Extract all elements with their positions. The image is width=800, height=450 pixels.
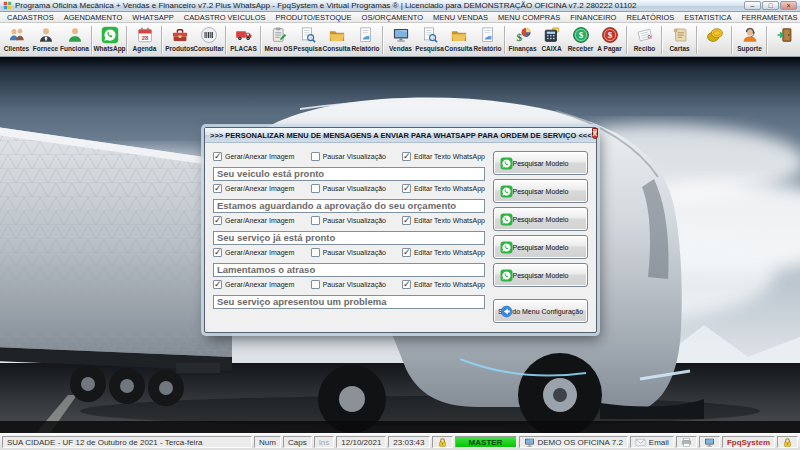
status-insert: Ins [314,436,335,448]
maximize-button[interactable]: □ [762,1,779,10]
search-model-button-5[interactable]: Pesquisar Modelo [493,263,588,287]
menu-item-estatistica[interactable]: ESTATISTICA [679,12,736,23]
products-icon [171,26,189,44]
toolbar-button-finan-as[interactable]: $Finanças [508,24,537,56]
toolbar-button-funciona[interactable]: Funciona [60,24,89,56]
envelope-icon [635,437,646,448]
minimize-button[interactable]: – [744,1,761,10]
toolbar-button-exit[interactable] [770,24,799,56]
toolbar-separator [161,26,163,54]
edit-text-checkbox[interactable] [402,248,411,257]
status-brand: FpqSystem [722,436,775,448]
generate-image-checkbox[interactable] [213,184,222,193]
menu-item-whatsapp[interactable]: WHATSAPP [127,12,179,23]
dialog-close-button[interactable]: X [592,128,599,139]
menu-item-cadastro-veiculos[interactable]: CADASTRO VEICULOS [179,12,271,23]
toolbar-button-coins[interactable] [700,24,729,56]
toolbar-button-caixa[interactable]: CAIXA [537,24,566,56]
toolbar-button-produtos[interactable]: Produtos [165,24,194,56]
search-model-button-3[interactable]: Pesquisar Modelo [493,207,588,231]
menu-item-menu-vendas[interactable]: MENU VENDAS [428,12,493,23]
toolbar-button-relat-rio[interactable]: Relatório [351,24,380,56]
checkbox-label: Editar Texto WhatsApp [414,185,485,192]
toolbar-button-pesquisa[interactable]: Pesquisa [415,24,444,56]
letter-icon [671,26,689,44]
menu-os-icon [270,26,288,44]
window-title: Programa Oficina Mecânica + Vendas e Fin… [15,1,741,10]
pause-preview-checkbox[interactable] [311,152,320,161]
support-icon [741,26,759,44]
menu-item-os-or-amento[interactable]: OS/ORÇAMENTO [357,12,429,23]
monitor-icon [392,26,410,44]
agenda-icon: 28 [136,26,154,44]
menu-item-menu-compras[interactable]: MENU COMPRAS [493,12,565,23]
status-lock-indicator [432,436,453,448]
title-bar: Programa Oficina Mecânica + Vendas e Fin… [0,0,800,12]
message-input-5[interactable] [213,295,485,309]
toolbar-button-suporte[interactable]: Suporte [735,24,764,56]
status-date: 12/10/2021 [336,436,386,448]
edit-text-checkbox[interactable] [402,184,411,193]
toolbar-button-recibo[interactable]: Recibo [630,24,659,56]
whatsapp-icon [500,185,513,198]
toolbar-button-relat-rio[interactable]: Relatório [473,24,502,56]
toolbar-button-consulta[interactable]: Consulta [322,24,351,56]
edit-text-checkbox[interactable] [402,216,411,225]
menu-item-relat-rios[interactable]: RELATÓRIOS [621,12,679,23]
toolbar-button-placas[interactable]: PLACAS [229,24,258,56]
receipt-icon [636,26,654,44]
toolbar-button-pesquisa[interactable]: Pesquisa [293,24,322,56]
pause-preview-checkbox[interactable] [311,184,320,193]
pause-preview-checkbox[interactable] [311,216,320,225]
checkbox-label: Pausar Visualização [323,185,386,192]
menu-item-financeiro[interactable]: FINANCEIRO [565,12,621,23]
menu-item-ferramentas[interactable]: FERRAMENTAS [737,12,800,23]
search-model-button-1[interactable]: Pesquisar Modelo [493,151,588,175]
status-location: SUA CIDADE - UF 12 de Outubro de 2021 - … [2,436,252,448]
clients-icon [8,26,26,44]
toolbar-button-consultar[interactable]: Consultar [194,24,223,56]
svg-text:$: $ [607,30,612,40]
menu-item-produto-estoque[interactable]: PRODUTO/ESTOQUE [271,12,357,23]
edit-text-checkbox[interactable] [402,280,411,289]
menu-item-cadastros[interactable]: CADASTROS [2,12,59,23]
employee-icon [66,26,84,44]
search-model-button-2[interactable]: Pesquisar Modelo [493,179,588,203]
whatsapp-icon [500,157,513,170]
back-arrow-icon [500,305,513,318]
pause-preview-checkbox[interactable] [311,248,320,257]
background-photo-area: >>> PERSONALIZAR MENU DE MENSAGENS A ENV… [0,57,800,433]
toolbar-button-a-pagar[interactable]: $A Pagar [595,24,624,56]
toolbar-button-clientes[interactable]: Clientes [2,24,31,56]
menu-item-agendamento[interactable]: AGENDAMENTO [59,12,128,23]
toolbar-button-vendas[interactable]: Vendas [386,24,415,56]
generate-image-checkbox[interactable] [213,248,222,257]
generate-image-checkbox[interactable] [213,280,222,289]
generate-image-checkbox[interactable] [213,152,222,161]
toolbar-separator [696,26,698,54]
checkbox-label: Pausar Visualização [323,281,386,288]
message-input-2[interactable] [213,199,485,213]
toolbar-button-menu-os[interactable]: Menu OS [264,24,293,56]
message-input-1[interactable] [213,167,485,181]
close-button[interactable]: × [780,1,797,10]
toolbar-separator [260,26,262,54]
toolbar-button-whatsapp[interactable]: WhatsApp [95,24,124,56]
toolbar-button-agenda[interactable]: 28Agenda [130,24,159,56]
generate-image-checkbox[interactable] [213,216,222,225]
toolbar-button-fornece[interactable]: Fornece [31,24,60,56]
toolbar-button-receber[interactable]: $Receber [566,24,595,56]
status-system-name: DEMO OS OFICINA 7.2 [519,436,628,448]
pause-preview-checkbox[interactable] [311,280,320,289]
checkbox-label: Editar Texto WhatsApp [414,281,485,288]
status-email: Email [630,436,674,448]
folder-icon [450,26,468,44]
message-input-3[interactable] [213,231,485,245]
toolbar-button-cartas[interactable]: Cartas [665,24,694,56]
edit-text-checkbox[interactable] [402,152,411,161]
message-input-4[interactable] [213,263,485,277]
search-model-button-4[interactable]: Pesquisar Modelo [493,235,588,259]
exit-config-menu-button[interactable]: Sair do Menu Configuração [493,299,588,323]
toolbar-button-label: Pesquisa [293,45,322,52]
toolbar-button-consulta[interactable]: Consulta [444,24,473,56]
